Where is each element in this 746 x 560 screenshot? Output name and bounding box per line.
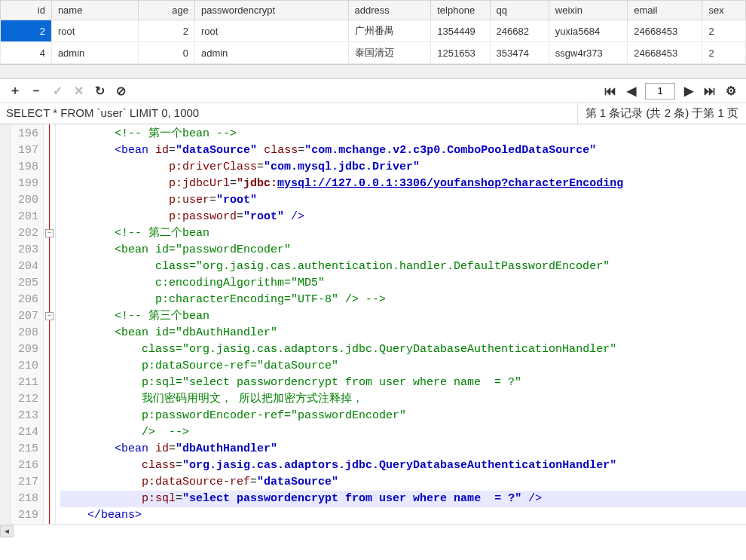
results-toolbar: ＋ － ✓ ✕ ↻ ⊘ ⏮ ◀ ▶ ⏭ ⚙: [0, 79, 746, 103]
cell[interactable]: 4: [1, 42, 52, 64]
code-line[interactable]: p:user="root": [60, 192, 746, 209]
page-number-input[interactable]: [645, 83, 675, 99]
line-number: 199: [15, 176, 38, 192]
refresh-button[interactable]: ↻: [90, 82, 109, 100]
column-header-address[interactable]: address: [348, 1, 431, 20]
horizontal-scrollbar[interactable]: ◄: [0, 524, 746, 537]
code-line[interactable]: </beans>: [60, 507, 746, 524]
line-number: 196: [15, 126, 38, 142]
add-row-button[interactable]: ＋: [6, 82, 24, 100]
line-number: 217: [15, 474, 38, 491]
line-number: 219: [15, 507, 38, 524]
code-line[interactable]: <bean id="dbAuthHandler": [60, 441, 746, 457]
code-line[interactable]: <!-- 第一个bean -->: [60, 126, 746, 142]
editor-margin: [0, 124, 11, 524]
column-header-qq[interactable]: qq: [490, 1, 549, 20]
commit-button[interactable]: ✓: [48, 82, 66, 100]
cell[interactable]: 1251653: [431, 42, 490, 64]
delete-row-button[interactable]: －: [27, 82, 45, 100]
code-line[interactable]: p:jdbcUrl="jdbc:mysql://127.0.0.1:3306/y…: [60, 176, 746, 192]
column-header-age[interactable]: age: [138, 1, 194, 20]
table-row[interactable]: 2root2root广州番禺1354449246682yuxia56842466…: [1, 20, 746, 42]
line-number: 212: [15, 391, 38, 408]
column-header-passwordencrypt[interactable]: passwordencrypt: [194, 1, 348, 20]
code-line[interactable]: <!-- 第三个bean: [60, 308, 746, 325]
code-line[interactable]: p:sql="select passwordencrypt from user …: [60, 375, 746, 391]
data-table[interactable]: idnameagepasswordencryptaddresstelphoneq…: [0, 0, 746, 64]
code-line[interactable]: <bean id="dbAuthHandler": [60, 325, 746, 341]
code-line[interactable]: <bean id="dataSource" class="com.mchange…: [60, 142, 746, 159]
stop-button[interactable]: ⊘: [112, 82, 130, 100]
cancel-button[interactable]: ✕: [69, 82, 87, 100]
cell[interactable]: admin: [194, 42, 348, 64]
code-line[interactable]: <!-- 第二个bean: [60, 225, 746, 242]
cell[interactable]: 泰国清迈: [348, 42, 431, 64]
column-header-name[interactable]: name: [51, 1, 138, 20]
cell[interactable]: 0: [138, 42, 194, 64]
table-header-row: idnameagepasswordencryptaddresstelphoneq…: [1, 1, 746, 20]
table-row[interactable]: 4admin0admin泰国清迈1251653353474ssgw4r37324…: [1, 42, 746, 64]
code-line[interactable]: c:encodingAlgorithm="MD5": [60, 275, 746, 292]
next-page-button[interactable]: ▶: [680, 82, 698, 100]
last-page-button[interactable]: ⏭: [701, 82, 719, 100]
column-header-sex[interactable]: sex: [702, 1, 746, 20]
code-line[interactable]: p:characterEncoding="UTF-8" /> -->: [60, 292, 746, 308]
first-page-button[interactable]: ⏮: [601, 82, 619, 100]
code-line[interactable]: class="org.jasig.cas.adaptors.jdbc.Query…: [60, 457, 746, 474]
line-number: 200: [15, 192, 38, 209]
cell[interactable]: admin: [51, 42, 138, 64]
cell[interactable]: 广州番禺: [348, 20, 431, 42]
line-number: 204: [15, 259, 38, 275]
fold-gutter[interactable]: −−: [44, 124, 56, 524]
code-line[interactable]: p:dataSource-ref="dataSource": [60, 358, 746, 375]
line-number: 210: [15, 358, 38, 375]
cell[interactable]: 24668453: [628, 42, 702, 64]
settings-button[interactable]: ⚙: [722, 82, 740, 100]
code-line[interactable]: p:password="root" />: [60, 209, 746, 225]
code-line[interactable]: p:sql="select passwordencrypt from user …: [60, 491, 746, 507]
prev-page-button[interactable]: ◀: [622, 82, 641, 100]
line-number: 211: [15, 375, 38, 391]
cell[interactable]: yuxia5684: [549, 20, 627, 42]
cell[interactable]: ssgw4r373: [549, 42, 627, 64]
line-number: 215: [15, 441, 38, 457]
line-number: 208: [15, 325, 38, 341]
cell[interactable]: 2: [702, 20, 746, 42]
cell[interactable]: 24668453: [628, 20, 702, 42]
fold-toggle-icon[interactable]: −: [45, 229, 54, 237]
line-number: 209: [15, 341, 38, 358]
cell[interactable]: 1354449: [431, 20, 490, 42]
cell[interactable]: 353474: [490, 42, 549, 64]
code-line[interactable]: p:dataSource-ref="dataSource": [60, 474, 746, 491]
line-number-gutter: 1961971981992002012022032042052062072082…: [11, 124, 44, 524]
code-line[interactable]: class="org.jasig.cas.authentication.hand…: [60, 259, 746, 275]
fold-toggle-icon[interactable]: −: [45, 312, 54, 320]
line-number: 218: [15, 491, 38, 507]
cell[interactable]: 2: [1, 20, 52, 42]
line-number: 201: [15, 209, 38, 225]
column-header-email[interactable]: email: [628, 1, 702, 20]
scroll-left-icon[interactable]: ◄: [0, 525, 14, 537]
panel-separator[interactable]: [0, 64, 746, 79]
column-header-weixin[interactable]: weixin: [549, 1, 627, 20]
code-line[interactable]: <bean id="passwordEncoder": [60, 242, 746, 259]
cell[interactable]: 2: [702, 42, 746, 64]
code-line[interactable]: p:passwordEncoder-ref="passwordEncoder": [60, 408, 746, 424]
cell[interactable]: 246682: [490, 20, 549, 42]
code-content[interactable]: <!-- 第一个bean --> <bean id="dataSource" c…: [56, 124, 746, 524]
column-header-telphone[interactable]: telphone: [431, 1, 490, 20]
sql-query-text[interactable]: SELECT * FROM `user` LIMIT 0, 1000: [0, 103, 577, 124]
line-number: 213: [15, 408, 38, 424]
column-header-id[interactable]: id: [1, 1, 52, 20]
code-editor[interactable]: 1961971981992002012022032042052062072082…: [0, 124, 746, 524]
code-line[interactable]: class="org.jasig.cas.adaptors.jdbc.Query…: [60, 341, 746, 358]
code-line[interactable]: p:driverClass="com.mysql.jdbc.Driver": [60, 159, 746, 176]
cell[interactable]: root: [51, 20, 138, 42]
grip-icon: [5, 67, 15, 78]
code-line[interactable]: 我们密码用明文， 所以把加密方式注释掉，: [60, 391, 746, 408]
line-number: 207: [15, 308, 38, 325]
cell[interactable]: 2: [138, 20, 194, 42]
cell[interactable]: root: [194, 20, 348, 42]
code-line[interactable]: /> -->: [60, 424, 746, 441]
line-number: 205: [15, 275, 38, 292]
